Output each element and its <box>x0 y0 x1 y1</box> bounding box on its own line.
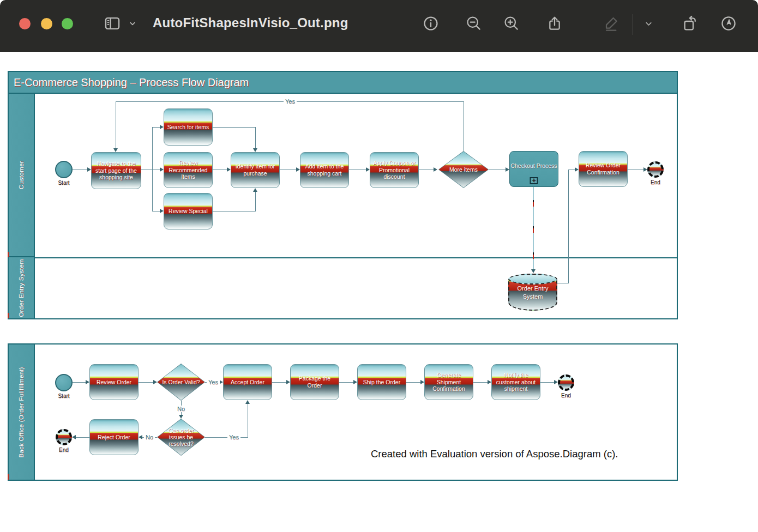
markup-button[interactable] <box>599 12 624 37</box>
connector-resolve-accept <box>205 437 248 438</box>
datastore-order-entry-system: Order Entry System <box>508 274 557 311</box>
end-event-label: End <box>643 179 668 185</box>
window-titlebar: AutoFitShapesInVisio_Out.png <box>0 0 758 52</box>
start-event-label: Start <box>51 393 76 399</box>
sidebar-icon <box>103 14 122 35</box>
task-review-special: Review Special <box>164 193 213 229</box>
connector-search-identify <box>255 127 256 149</box>
arrowhead <box>245 400 250 404</box>
evaluation-watermark: Created with Evaluation version of Aspos… <box>371 448 618 460</box>
label-no-resolve: No <box>144 434 155 440</box>
lane-customer: Customer <box>9 94 35 257</box>
lane-divider <box>35 257 677 258</box>
task-notify-customer: Notify the customer about shipment <box>491 364 540 400</box>
connector-special-identify <box>213 211 256 211</box>
sidebar-menu-button[interactable] <box>124 12 141 37</box>
connector-revieworder-valid <box>139 382 154 383</box>
cylinder-top <box>508 274 557 285</box>
minimize-button[interactable] <box>41 18 52 29</box>
arrowhead <box>253 188 257 192</box>
zoom-in-icon <box>503 15 520 34</box>
connector-notify-end <box>540 382 555 383</box>
arrowhead <box>296 167 300 172</box>
connector-branch-search <box>152 127 160 128</box>
arrowhead <box>420 380 424 384</box>
connector-checkout-datastore <box>533 187 534 269</box>
task-navigate-start-page: Navigate to the start page of the shoppi… <box>91 152 141 189</box>
connector-datastore-confirmation <box>557 283 569 283</box>
task-apply-coupon: Apply Coupon or Promotional discount <box>370 152 419 188</box>
connector-reject-end <box>76 437 89 438</box>
lane-accent-mark <box>8 252 9 257</box>
end-event <box>647 161 664 178</box>
connector-confirmation-end <box>628 170 643 170</box>
connector-package-ship <box>339 382 354 383</box>
task-accept-order: Accept Order <box>223 364 272 400</box>
pen-nib-circle-icon <box>720 15 737 34</box>
connector-generate-notify <box>473 382 488 383</box>
arrowhead <box>179 415 183 419</box>
fullscreen-button[interactable] <box>62 18 73 29</box>
zoom-out-button[interactable] <box>461 12 486 37</box>
document-canvas: E-Commerce Shopping – Process Flow Diagr… <box>0 52 758 532</box>
arrowhead <box>87 167 91 172</box>
task-review-order: Review Order <box>89 364 139 400</box>
decision-can-issues-be-resolved: Can order issues be resolved? <box>157 419 205 456</box>
task-search-items: Search for items <box>164 108 213 146</box>
lane-accent-mark <box>8 474 9 480</box>
label-yes-valid: Yes <box>207 379 220 385</box>
arrowhead <box>506 167 509 172</box>
connector-start-navigate <box>73 170 88 170</box>
arrowhead <box>366 167 370 172</box>
toolbar-divider <box>633 14 633 35</box>
lane-order-entry-system: Order Entry System <box>9 257 35 318</box>
sidebar-toggle-button[interactable] <box>100 12 125 37</box>
end-event-label: End <box>554 392 579 398</box>
end-event <box>558 374 574 391</box>
task-package-order: Package the Order <box>290 364 339 400</box>
arrowhead <box>219 380 223 384</box>
connector-start-revieworder <box>73 382 86 383</box>
start-event <box>55 161 73 178</box>
arrowhead <box>531 269 536 273</box>
task-ship-order: Ship the Order <box>357 364 406 400</box>
task-review-order-confirmation: Review Order Confirmation <box>579 151 628 187</box>
rotate-left-icon <box>681 15 699 34</box>
connector-yes-loop <box>464 101 464 151</box>
lane-accent-mark <box>8 313 9 318</box>
label-yes-loop: Yes <box>284 98 297 105</box>
subprocess-checkout: Checkout Process + <box>509 151 558 187</box>
decision-is-order-valid: Is Order Valid? <box>157 364 205 401</box>
markup-menu-button[interactable] <box>637 12 659 37</box>
rotate-button[interactable] <box>677 12 702 37</box>
connector-identify-additem <box>280 170 297 170</box>
start-event-label: Start <box>51 180 76 186</box>
arrowhead <box>286 380 290 384</box>
arrowhead <box>227 167 231 172</box>
subprocess-plus-marker: + <box>530 177 538 184</box>
arrowhead <box>353 380 357 384</box>
lane-back-office: Back Office (Order Fullfillment) <box>9 344 35 480</box>
close-button[interactable] <box>19 18 31 29</box>
task-review-recommended: Review Recommended Items <box>164 152 213 188</box>
arrowhead <box>488 380 491 384</box>
connector-yes-loop <box>116 101 116 148</box>
share-button[interactable] <box>542 12 567 37</box>
connector-additem-coupon <box>349 170 366 170</box>
zoom-in-button[interactable] <box>499 12 524 37</box>
decision-more-items: More items <box>438 151 489 188</box>
connector-moreitems-checkout <box>489 170 506 170</box>
window-title: AutoFitShapesInVisio_Out.png <box>153 15 348 31</box>
arrowhead <box>575 167 579 172</box>
info-button[interactable] <box>418 12 443 37</box>
annotate-button[interactable] <box>716 12 741 37</box>
connector-datastore-confirmation <box>568 170 575 170</box>
diagram-title: E-Commerce Shopping – Process Flow Diagr… <box>9 72 677 94</box>
arrowhead <box>72 435 76 439</box>
connector-recommended-identify <box>213 170 227 170</box>
arrowhead <box>643 167 647 172</box>
task-add-item-cart: Add item to the shopping cart <box>300 152 349 188</box>
markup-pencil-icon <box>603 15 621 34</box>
arrowhead <box>139 435 142 439</box>
connector-navigate-recommended <box>141 170 160 170</box>
